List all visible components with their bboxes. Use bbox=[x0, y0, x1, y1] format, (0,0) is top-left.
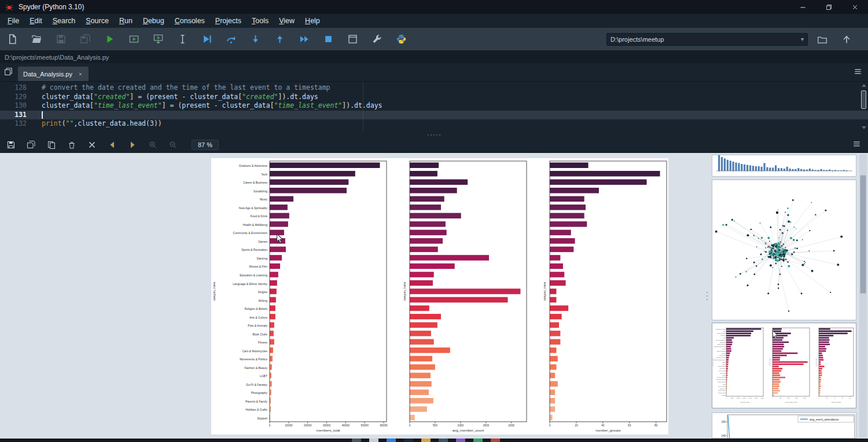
menu-projects[interactable]: Projects bbox=[210, 15, 247, 27]
zoom-out-icon[interactable] bbox=[167, 138, 179, 151]
svg-text:80: 80 bbox=[654, 424, 658, 427]
preferences-icon[interactable] bbox=[369, 32, 384, 47]
scroll-up-icon[interactable] bbox=[862, 84, 866, 87]
code-line-132[interactable]: 132print("",cluster_data.head(3)) bbox=[0, 119, 868, 129]
editor-scrollbar-thumb[interactable] bbox=[861, 90, 866, 109]
taskbar-app-icon[interactable] bbox=[491, 439, 500, 442]
step-over-icon[interactable] bbox=[223, 32, 238, 47]
svg-text:Fashion & Beauty: Fashion & Beauty bbox=[718, 381, 725, 382]
menu-tools[interactable]: Tools bbox=[247, 15, 274, 27]
windows-taskbar[interactable] bbox=[0, 439, 868, 442]
svg-text:Games: Games bbox=[258, 240, 268, 243]
taskbar-app-icon[interactable] bbox=[352, 439, 361, 442]
maximize-button[interactable] bbox=[816, 0, 842, 14]
zoom-in-icon[interactable] bbox=[146, 138, 159, 151]
menu-source[interactable]: Source bbox=[80, 15, 114, 27]
taskbar-app-icon[interactable] bbox=[421, 439, 431, 442]
taskbar-app-icon[interactable] bbox=[404, 439, 413, 442]
svg-text:category_name: category_name bbox=[543, 282, 546, 301]
taskbar-app-icon[interactable] bbox=[439, 439, 448, 442]
menu-run[interactable]: Run bbox=[114, 15, 138, 27]
menu-edit[interactable]: Edit bbox=[24, 15, 47, 27]
editor-lines: 128# convert the date created and the ti… bbox=[0, 83, 868, 129]
copy-plot-icon[interactable] bbox=[45, 138, 58, 151]
pane-splitter-vertical[interactable] bbox=[706, 153, 708, 439]
plots-scrollbar[interactable] bbox=[859, 154, 867, 437]
browse-directory-icon[interactable] bbox=[815, 32, 830, 47]
taskbar-app-icon[interactable] bbox=[456, 439, 465, 442]
open-file-icon[interactable] bbox=[29, 32, 44, 47]
plots-options-menu-icon[interactable] bbox=[852, 140, 861, 151]
next-plot-icon[interactable] bbox=[126, 138, 139, 151]
menu-search[interactable]: Search bbox=[47, 15, 81, 27]
code-editor[interactable]: 128# convert the date created and the ti… bbox=[0, 82, 868, 132]
step-out-icon[interactable] bbox=[272, 32, 287, 47]
scroll-down-icon[interactable] bbox=[862, 126, 866, 129]
svg-text:Support: Support bbox=[722, 394, 726, 396]
stop-icon[interactable] bbox=[321, 32, 336, 47]
remove-all-plots-icon[interactable] bbox=[86, 138, 98, 151]
plots-scrollbar-thumb[interactable] bbox=[860, 175, 866, 294]
code-line-128[interactable]: 128# convert the date created and the ti… bbox=[0, 83, 868, 93]
toolbar-button-group bbox=[5, 32, 418, 47]
svg-text:2000: 2000 bbox=[803, 397, 806, 399]
menu-help[interactable]: Help bbox=[300, 15, 325, 27]
maximize-pane-icon[interactable] bbox=[345, 32, 360, 47]
menu-file[interactable]: File bbox=[2, 15, 24, 27]
svg-text:20: 20 bbox=[826, 397, 828, 399]
menu-view[interactable]: View bbox=[274, 15, 300, 27]
run-selection-icon[interactable] bbox=[175, 32, 190, 47]
save-all-plots-icon[interactable] bbox=[25, 138, 38, 151]
svg-text:2000: 2000 bbox=[508, 424, 514, 427]
menu-consoles[interactable]: Consoles bbox=[170, 15, 210, 27]
pane-splitter-horizontal[interactable] bbox=[0, 132, 868, 137]
parent-directory-icon[interactable] bbox=[839, 32, 854, 47]
plot-thumbnail-histogram[interactable] bbox=[712, 155, 856, 177]
plot-thumbnail-bar-panels[interactable]: Outdoors & AdventureTechCareer & Busines… bbox=[712, 323, 856, 408]
breadcrumb: D:\projects\meetup\Data_Analysis.py bbox=[0, 51, 868, 63]
line-number: 128 bbox=[0, 83, 27, 93]
save-all-icon[interactable] bbox=[78, 32, 93, 47]
taskbar-app-icon[interactable] bbox=[473, 439, 483, 442]
browse-tabs-icon[interactable] bbox=[3, 67, 13, 79]
save-icon[interactable] bbox=[53, 32, 68, 47]
svg-text:80: 80 bbox=[849, 397, 851, 399]
editor-options-menu-icon[interactable] bbox=[854, 67, 862, 78]
run-icon[interactable] bbox=[102, 32, 117, 47]
svg-text:30000: 30000 bbox=[323, 424, 331, 427]
svg-text:Sci-Fi & Fantasy: Sci-Fi & Fantasy bbox=[718, 386, 726, 387]
taskbar-app-icon[interactable] bbox=[387, 439, 396, 442]
editor-scrollbar[interactable] bbox=[860, 82, 867, 131]
menu-debug[interactable]: Debug bbox=[138, 15, 170, 27]
svg-text:category_name: category_name bbox=[769, 357, 771, 366]
close-button[interactable] bbox=[842, 0, 868, 14]
svg-text:20000: 20000 bbox=[304, 424, 312, 427]
plot-thumbnail-network[interactable] bbox=[712, 180, 856, 320]
pythonpath-icon[interactable] bbox=[393, 32, 409, 47]
run-cell-advance-icon[interactable] bbox=[150, 32, 165, 47]
debug-file-icon[interactable] bbox=[199, 32, 214, 47]
new-file-icon[interactable] bbox=[5, 32, 20, 47]
svg-text:Health & Wellbeing: Health & Wellbeing bbox=[243, 223, 268, 227]
svg-text:Movies & Film: Movies & Film bbox=[719, 355, 726, 356]
run-cell-icon[interactable] bbox=[126, 32, 141, 47]
step-into-icon[interactable] bbox=[248, 32, 263, 47]
plot-thumbnail-line[interactable]: avg_event_attendance150140 bbox=[712, 412, 856, 439]
svg-text:Photography: Photography bbox=[720, 388, 726, 389]
remove-plot-icon[interactable] bbox=[65, 138, 78, 151]
tab-data-analysis[interactable]: Data_Analysis.py bbox=[18, 67, 89, 81]
previous-plot-icon[interactable] bbox=[106, 138, 119, 151]
save-plot-icon[interactable] bbox=[5, 138, 17, 151]
main-toolbar: D:\projects\meetup ▾ bbox=[0, 28, 868, 51]
taskbar-icons[interactable] bbox=[352, 439, 500, 442]
continue-icon[interactable] bbox=[296, 32, 311, 47]
svg-text:60: 60 bbox=[628, 424, 631, 427]
minimize-button[interactable] bbox=[790, 0, 816, 14]
code-line-130[interactable]: 130cluster_data["time_last_event"] = (pr… bbox=[0, 101, 868, 111]
svg-text:60000: 60000 bbox=[761, 397, 764, 399]
code-line-131[interactable]: 131 bbox=[0, 111, 868, 120]
taskbar-app-icon[interactable] bbox=[369, 439, 378, 442]
code-line-129[interactable]: 129cluster_data["created"] = (present - … bbox=[0, 93, 868, 102]
working-directory-combobox[interactable]: D:\projects\meetup ▾ bbox=[606, 33, 808, 46]
tab-close-icon[interactable] bbox=[78, 71, 83, 77]
